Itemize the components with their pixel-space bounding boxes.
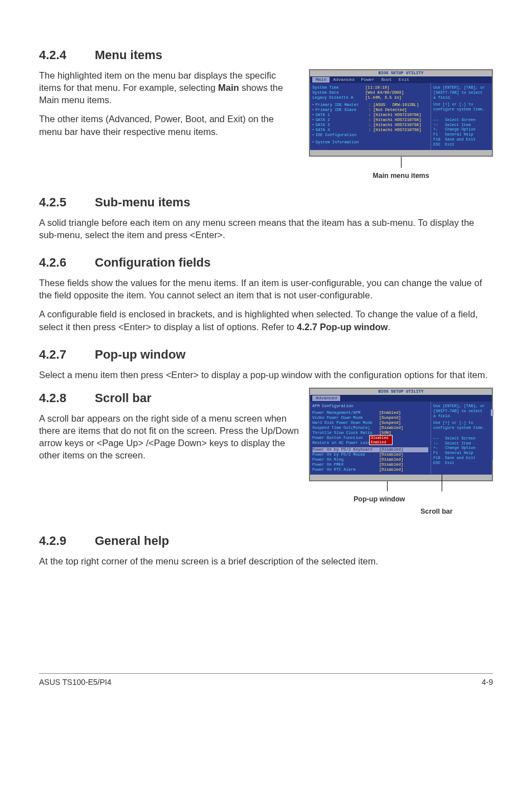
heading-4-2-5: 4.2.5Sub-menu items [39, 194, 493, 211]
scrollbar-track-icon [491, 409, 493, 460]
bios-menubar: Main Advanced Power Boot Exit [310, 76, 492, 83]
bios2-right-pane: Use [ENTER], [TAB], or [SHIFT-TAB] to se… [431, 402, 492, 475]
leader-line-icon [387, 481, 388, 491]
heading-title: Menu items [95, 48, 162, 62]
bios2-menubar: Advanced [310, 395, 492, 402]
tab-exit: Exit [395, 77, 413, 83]
leader-line-icon [442, 475, 442, 491]
para-426-2: A configurable field is enclosed in brac… [39, 308, 493, 333]
para-426-1: These fields show the values for the men… [39, 277, 493, 302]
para-424-2: The other items (Advanced, Power, Boot, … [39, 113, 299, 138]
para-425: A solid triangle before each item on any… [39, 216, 493, 241]
bios-advanced-screenshot: BIOS SETUP UTILITY Advanced APM Configur… [309, 388, 493, 481]
page-footer: ASUS TS100-E5/PI4 4-9 [39, 673, 493, 688]
leader-line-icon [401, 157, 402, 168]
heading-4-2-8: 4.2.8Scroll bar [39, 390, 299, 407]
tab-advanced: Advanced [330, 77, 357, 83]
scrollbar-thumb-icon [491, 409, 494, 416]
bios-main-screenshot: BIOS SETUP UTILITY Main Advanced Power B… [309, 69, 493, 157]
tab-power: Power [358, 77, 378, 83]
popup-window-icon: Disabled Enabled [369, 435, 393, 445]
heading-4-2-6: 4.2.6Configuration fields [39, 254, 493, 271]
heading-4-2-7: 4.2.7Pop-up window [39, 346, 493, 363]
tab-advanced-sel: Advanced [312, 395, 340, 401]
bios-left-pane: System Time[11:10:19] System Date[Wed 04… [310, 83, 431, 150]
para-424-1: The highlighted item on the menu bar dis… [39, 69, 299, 107]
bios-right-pane: Use [ENTER], [TAB], or [SHIFT-TAB] to se… [431, 83, 492, 150]
heading-num: 4.2.4 [39, 47, 95, 64]
caption-main-menu: Main menu items [309, 171, 493, 181]
heading-4-2-4: 4.2.4Menu items [39, 47, 493, 64]
tab-main: Main [312, 77, 330, 83]
bios-title: BIOS SETUP UTILITY [310, 70, 492, 76]
para-427: Select a menu item then press <Enter> to… [39, 369, 493, 381]
para-429: At the top right corner of the menu scre… [39, 555, 493, 567]
caption-scrollbar: Scroll bar [420, 507, 453, 516]
heading-4-2-9: 4.2.9General help [39, 533, 493, 549]
footer-left: ASUS TS100-E5/PI4 [39, 677, 112, 688]
caption-popup: Pop-up window [354, 495, 405, 504]
tab-boot: Boot [378, 77, 395, 83]
footer-right: 4-9 [482, 677, 493, 688]
para-428: A scroll bar appears on the right side o… [39, 412, 299, 462]
